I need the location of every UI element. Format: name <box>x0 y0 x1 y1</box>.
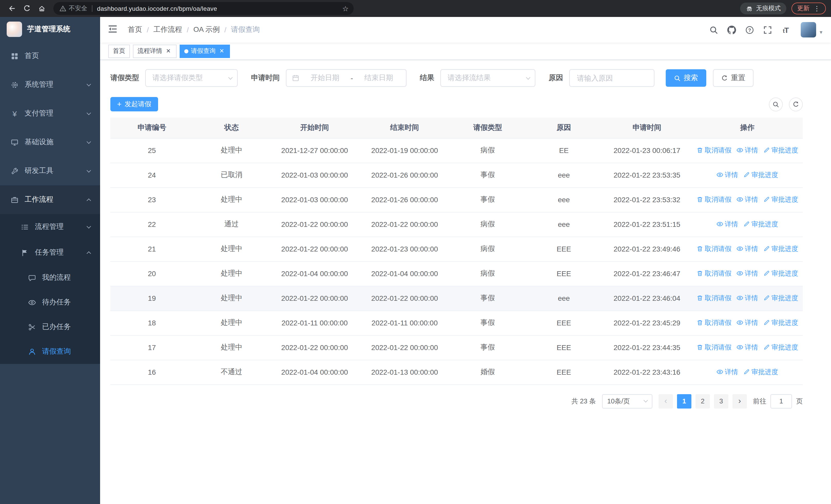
cancel-leave-link[interactable]: 取消请假 <box>696 294 732 303</box>
sidebar-item-infrastructure[interactable]: 基础设施 <box>0 128 100 156</box>
audit-progress-link[interactable]: 审批进度 <box>763 343 798 352</box>
detail-link[interactable]: 详情 <box>737 244 758 254</box>
column-header-id: 申请编号 <box>110 118 194 138</box>
cell-id: 23 <box>110 187 194 212</box>
audit-progress-link[interactable]: 审批进度 <box>763 244 798 254</box>
audit-progress-link[interactable]: 审批进度 <box>763 146 798 155</box>
bookmark-star-icon[interactable]: ☆ <box>339 4 352 12</box>
reason-input[interactable] <box>571 70 653 86</box>
sidebar-item-process-mgmt[interactable]: 流程管理 <box>0 214 100 240</box>
chevron-down-icon <box>228 75 233 80</box>
audit-progress-link[interactable]: 审批进度 <box>763 318 798 327</box>
result-select[interactable]: 请选择流结果 <box>440 69 535 87</box>
start-date-placeholder: 开始日期 <box>303 73 346 83</box>
fullscreen-button[interactable] <box>758 17 777 42</box>
detail-link[interactable]: 详情 <box>737 294 758 303</box>
cell-status: 处理中 <box>194 261 270 286</box>
avatar-caret-icon[interactable]: ▼ <box>819 30 823 35</box>
next-page-button[interactable]: › <box>733 394 747 408</box>
column-header-reason: 原因 <box>526 118 602 138</box>
detail-link[interactable]: 详情 <box>737 269 758 278</box>
reset-button[interactable]: 重置 <box>713 69 753 87</box>
tab-home[interactable]: 首页 <box>108 45 130 58</box>
edit-icon <box>763 344 770 351</box>
sidebar-menu: 首页 系统管理 ¥ 支付管理 基础设施 <box>0 41 100 364</box>
home-button[interactable] <box>35 2 48 15</box>
detail-link[interactable]: 详情 <box>717 170 738 180</box>
sidebar-item-leave-query[interactable]: 请假查询 <box>0 339 100 364</box>
fullscreen-icon <box>763 25 772 34</box>
chevron-down-icon <box>87 82 91 86</box>
back-button[interactable] <box>5 2 19 15</box>
sidebar-item-home[interactable]: 首页 <box>0 41 100 70</box>
sidebar-item-my-process[interactable]: 我的流程 <box>0 265 100 290</box>
leave-type-select[interactable]: 请选择请假类型 <box>145 69 238 87</box>
goto-page-input[interactable] <box>770 394 792 408</box>
create-leave-button[interactable]: + 发起请假 <box>110 97 158 111</box>
tab-leave-query[interactable]: 请假查询 ✕ <box>180 45 230 58</box>
detail-link[interactable]: 详情 <box>717 367 738 377</box>
sidebar-item-workflow[interactable]: 工作流程 <box>0 185 100 214</box>
detail-link[interactable]: 详情 <box>737 195 758 204</box>
cancel-leave-link[interactable]: 取消请假 <box>696 269 732 278</box>
header-search-button[interactable] <box>705 17 723 42</box>
sidebar-item-dev-tools[interactable]: 研发工具 <box>0 156 100 185</box>
security-warning[interactable]: 不安全 <box>60 4 87 13</box>
sidebar-item-system-mgmt[interactable]: 系统管理 <box>0 70 100 99</box>
audit-progress-link[interactable]: 审批进度 <box>743 220 778 229</box>
toggle-search-button[interactable] <box>769 97 783 111</box>
delete-icon <box>696 147 703 154</box>
browser-menu-icon[interactable]: ⋮ <box>813 5 820 12</box>
update-button[interactable]: 更新 ⋮ <box>792 3 826 14</box>
cell-id: 16 <box>110 360 194 384</box>
sidebar-item-done-tasks[interactable]: 已办任务 <box>0 315 100 339</box>
user-avatar[interactable] <box>801 22 816 37</box>
sidebar-item-todo-tasks[interactable]: 待办任务 <box>0 290 100 315</box>
address-bar[interactable]: 不安全 dashboard.yudao.iocoder.cn/bpm/oa/le… <box>53 2 354 15</box>
cell-end: 2022-01-19 00:00:00 <box>360 138 450 163</box>
audit-progress-link[interactable]: 审批进度 <box>763 269 798 278</box>
cell-apply_time: 2022-01-22 23:43:16 <box>602 360 692 384</box>
font-size-button[interactable]: tT <box>777 17 795 42</box>
detail-link[interactable]: 详情 <box>737 343 758 352</box>
prev-page-button[interactable]: ‹ <box>659 394 673 408</box>
cell-type: 病假 <box>450 138 526 163</box>
page-button-3[interactable]: 3 <box>714 394 728 408</box>
edit-icon <box>763 270 770 277</box>
breadcrumb-workflow[interactable]: 工作流程 <box>153 25 182 34</box>
cancel-leave-link[interactable]: 取消请假 <box>696 343 732 352</box>
app-logo[interactable]: 芋道管理系统 <box>0 17 100 41</box>
sidebar-collapse-button[interactable] <box>108 24 119 35</box>
reload-button[interactable] <box>20 2 33 15</box>
detail-link[interactable]: 详情 <box>717 220 738 229</box>
cancel-leave-link[interactable]: 取消请假 <box>696 318 732 327</box>
cell-status: 处理中 <box>194 286 270 310</box>
refresh-table-button[interactable] <box>789 97 803 111</box>
edit-icon <box>763 147 770 154</box>
tab-process-detail[interactable]: 流程详情 ✕ <box>133 45 177 58</box>
tab-close-icon[interactable]: ✕ <box>165 48 172 55</box>
end-date-placeholder: 结束日期 <box>357 73 400 83</box>
search-button[interactable]: 搜索 <box>666 69 706 87</box>
audit-progress-link[interactable]: 审批进度 <box>743 170 778 180</box>
audit-progress-link[interactable]: 审批进度 <box>743 367 778 377</box>
page-button-2[interactable]: 2 <box>695 394 710 408</box>
detail-link[interactable]: 详情 <box>737 318 758 327</box>
cancel-leave-link[interactable]: 取消请假 <box>696 195 732 204</box>
github-button[interactable] <box>723 17 741 42</box>
sidebar-item-task-mgmt[interactable]: 任务管理 <box>0 240 100 265</box>
breadcrumb-home[interactable]: 首页 <box>128 25 142 34</box>
apply-time-range-picker[interactable]: 开始日期 - 结束日期 <box>286 69 406 87</box>
page-size-select[interactable]: 10条/页 <box>602 394 652 408</box>
page-button-1[interactable]: 1 <box>677 394 691 408</box>
cancel-leave-link[interactable]: 取消请假 <box>696 146 732 155</box>
help-button[interactable] <box>741 17 758 42</box>
cancel-leave-link[interactable]: 取消请假 <box>696 244 732 254</box>
audit-progress-link[interactable]: 审批进度 <box>763 294 798 303</box>
breadcrumb-oa-example[interactable]: OA 示例 <box>194 25 220 34</box>
tab-close-icon[interactable]: ✕ <box>218 48 225 55</box>
detail-link[interactable]: 详情 <box>737 146 758 155</box>
audit-progress-link[interactable]: 审批进度 <box>763 195 798 204</box>
table-row: 16不通过2022-01-04 00:00:002022-01-13 00:00… <box>110 360 803 384</box>
sidebar-item-payment-mgmt[interactable]: ¥ 支付管理 <box>0 99 100 128</box>
